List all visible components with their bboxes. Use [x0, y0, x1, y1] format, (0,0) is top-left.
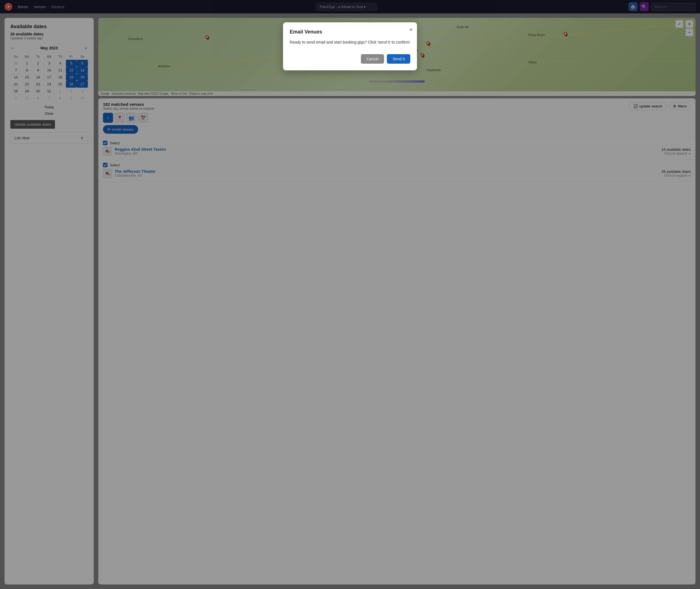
modal-close-button[interactable]: × [409, 27, 413, 32]
email-venues-modal: Email Venues × Ready to send email and s… [283, 22, 417, 70]
send-it-button[interactable]: Send it [387, 54, 410, 64]
cancel-button[interactable]: Cancel [361, 54, 384, 64]
modal-body: Ready to send email and start booking gi… [290, 39, 410, 45]
modal-overlay: Email Venues × Ready to send email and s… [0, 0, 700, 589]
modal-title: Email Venues [290, 29, 410, 35]
modal-footer: Cancel Send it [290, 54, 410, 64]
